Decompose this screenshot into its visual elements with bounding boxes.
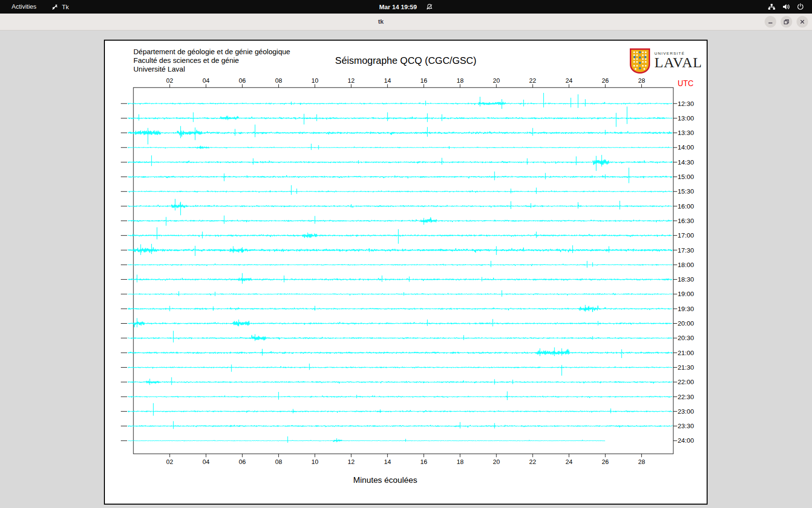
x-axis-title: Minutes écoulées <box>105 476 666 485</box>
x-tick-label-top: 16 <box>420 77 427 84</box>
trace-rows: 12:3013:0013:3014:0014:3015:0015:3016:00… <box>121 93 694 444</box>
row-time-label: 19:30 <box>678 305 694 313</box>
row-time-label: 15:00 <box>678 173 694 180</box>
plot-frame <box>133 88 673 454</box>
row-time-label: 23:30 <box>678 422 694 430</box>
seismo-trace <box>128 234 672 238</box>
x-tick-label-top: 10 <box>311 77 318 84</box>
row-time-label: 13:00 <box>678 115 694 122</box>
x-tick-label-bottom: 24 <box>566 458 572 465</box>
row-time-label: 22:30 <box>678 393 694 401</box>
x-tick-label-bottom: 20 <box>493 458 500 465</box>
system-top-bar: Activities Tk Mar 14 19:59 <box>0 0 812 14</box>
notifications-muted-icon[interactable] <box>426 3 433 11</box>
x-tick-label-top: 22 <box>529 77 536 84</box>
seismo-trace <box>128 147 672 149</box>
seismo-trace <box>128 293 672 296</box>
window-title: tk <box>0 14 762 30</box>
row-time-label: 17:00 <box>678 232 694 239</box>
seismograph-canvas: Département de géologie et de génie géol… <box>104 40 708 505</box>
x-tick-label-top: 12 <box>348 77 354 84</box>
seismo-trace <box>128 349 672 355</box>
row-time-label: 21:30 <box>678 364 694 371</box>
x-tick-label-bottom: 04 <box>203 458 209 465</box>
row-time-label: 18:00 <box>678 261 694 269</box>
desktop: Activities Tk Mar 14 19:59 <box>0 0 812 508</box>
row-time-label: 20:30 <box>678 334 694 342</box>
x-tick-label-bottom: 10 <box>311 458 318 465</box>
row-time-label: 22:00 <box>678 378 694 386</box>
x-tick-label-bottom: 26 <box>602 458 609 465</box>
row-time-label: 20:00 <box>678 320 694 327</box>
clock[interactable]: Mar 14 19:59 <box>379 3 417 11</box>
seismo-trace <box>128 116 672 120</box>
seismo-trace <box>128 278 672 281</box>
x-tick-label-top: 20 <box>493 77 500 84</box>
x-tick-label-top: 28 <box>638 77 645 84</box>
row-time-label: 16:00 <box>678 203 694 210</box>
x-tick-label-bottom: 02 <box>166 458 173 465</box>
network-wired-icon[interactable] <box>768 3 776 11</box>
seismo-trace <box>128 410 672 413</box>
close-button[interactable] <box>797 16 808 28</box>
row-time-label: 17:30 <box>678 247 694 254</box>
row-time-label: 12:30 <box>678 100 694 107</box>
row-time-label: 19:00 <box>678 290 694 298</box>
row-time-label: 13:30 <box>678 129 694 136</box>
x-tick-label-bottom: 22 <box>529 458 536 465</box>
seismo-trace <box>128 440 605 442</box>
x-tick-label-top: 08 <box>275 77 282 84</box>
seismo-trace <box>128 366 672 369</box>
row-time-label: 24:00 <box>678 437 694 444</box>
seismo-trace <box>128 306 672 312</box>
seismo-trace <box>128 203 672 208</box>
utc-axis-label: UTC <box>678 79 694 88</box>
seismo-trace <box>128 396 672 398</box>
x-tick-label-top: 26 <box>602 77 609 84</box>
volume-icon[interactable] <box>782 3 790 11</box>
row-time-label: 16:30 <box>678 217 694 224</box>
seismo-trace <box>128 217 672 223</box>
row-time-label: 23:00 <box>678 408 694 415</box>
x-tick-label-bottom: 16 <box>420 458 427 465</box>
row-time-label: 21:00 <box>678 349 694 357</box>
x-tick-label-top: 14 <box>384 77 391 84</box>
x-tick-label-top: 06 <box>239 77 246 84</box>
x-tick-label-top: 02 <box>166 77 173 84</box>
x-tick-label-top: 04 <box>203 77 209 84</box>
seismo-trace <box>128 130 672 136</box>
seismo-trace <box>128 247 672 253</box>
minimize-button[interactable] <box>765 16 776 28</box>
seismo-trace <box>128 190 672 193</box>
x-tick-label-top: 18 <box>457 77 464 84</box>
seismo-trace <box>128 175 672 179</box>
seismo-trace <box>128 321 672 327</box>
x-tick-label-bottom: 08 <box>275 458 282 465</box>
x-tick-label-top: 24 <box>566 77 572 84</box>
seismo-trace <box>128 335 672 341</box>
x-tick-label-bottom: 12 <box>348 458 354 465</box>
x-tick-label-bottom: 06 <box>239 458 246 465</box>
seismo-trace <box>128 102 672 105</box>
seismo-trace <box>128 425 672 428</box>
x-tick-label-bottom: 18 <box>457 458 464 465</box>
seismograph-plot: 0202040406060808101012121414161618182020… <box>105 41 707 504</box>
x-tick-label-bottom: 14 <box>384 458 391 465</box>
maximize-button[interactable] <box>781 16 792 28</box>
row-time-label: 15:30 <box>678 188 694 195</box>
row-time-label: 14:00 <box>678 144 694 151</box>
seismo-trace <box>128 160 672 165</box>
row-time-label: 14:30 <box>678 159 694 166</box>
seismo-trace <box>128 381 672 384</box>
power-icon[interactable] <box>797 3 804 11</box>
row-time-label: 18:30 <box>678 276 694 283</box>
x-axis: 0202040406060808101012121414161618182020… <box>166 77 645 465</box>
seismo-trace <box>128 264 672 266</box>
window-titlebar[interactable]: tk <box>0 14 812 30</box>
x-tick-label-bottom: 28 <box>638 458 645 465</box>
